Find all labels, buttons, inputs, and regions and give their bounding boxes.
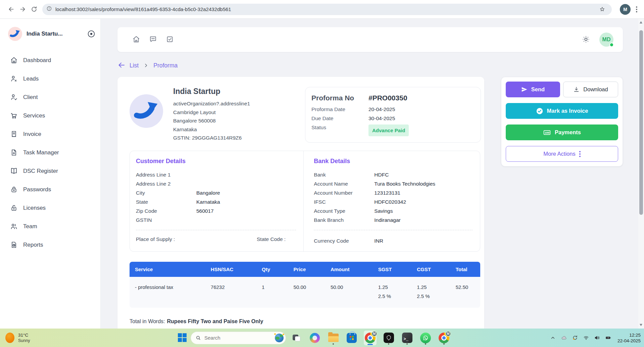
file-explorer-icon[interactable]	[327, 331, 340, 345]
update-sync-icon[interactable]	[572, 335, 579, 341]
book-icon	[10, 167, 18, 175]
whatsapp-icon[interactable]	[419, 331, 432, 345]
proforma-date-label: Proforma Date	[311, 105, 368, 114]
file-clock-icon	[10, 241, 18, 249]
theme-toggle-icon[interactable]	[582, 35, 591, 44]
scrollbar-up-arrow[interactable]	[640, 21, 642, 23]
proforma-number: #PRO00350	[368, 94, 474, 102]
user-avatar[interactable]: MD	[599, 33, 613, 47]
browser-back-icon[interactable]	[5, 4, 17, 15]
clock-time: 12:25	[617, 332, 641, 338]
sidebar-collapse-icon[interactable]	[87, 30, 96, 38]
home-icon	[10, 56, 18, 64]
proforma-no-label: Proforma No	[311, 94, 368, 102]
url-text: localhost:3002/sales/proforma/view/8161a…	[55, 6, 596, 12]
brave-icon[interactable]	[382, 331, 395, 345]
clock-date: 22-04-2025	[617, 338, 641, 344]
sidebar-header: India Startu...	[0, 19, 100, 41]
sidebar-item-task-manager[interactable]: Task Manager	[0, 143, 100, 162]
taskbar-center: M >_ M	[178, 329, 450, 347]
home-icon[interactable]	[132, 35, 141, 44]
site-info-icon[interactable]	[46, 6, 52, 13]
sidebar-item-leads[interactable]: Leads	[0, 69, 100, 88]
taskbar-clock[interactable]: 12:25 22-04-2025	[617, 332, 641, 344]
due-date: 30-04-2025	[368, 114, 474, 123]
sidebar-item-client[interactable]: Client	[0, 88, 100, 106]
sidebar-item-passwords[interactable]: Passwords	[0, 180, 100, 199]
taskbar-search[interactable]	[191, 332, 286, 344]
sidebar: India Startu... Dashboard Leads Client	[0, 19, 101, 347]
sidebar-item-licenses[interactable]: Licenses	[0, 199, 100, 217]
sidebar-item-reports[interactable]: Reports	[0, 236, 100, 254]
banknote-icon: 100	[543, 129, 551, 137]
onedrive-cloud-icon[interactable]	[561, 335, 567, 341]
table-row: - professional tax 76232 1 50.00 50.00 1…	[130, 277, 480, 308]
search-input[interactable]	[204, 335, 275, 341]
customer-details-section: Customer Details Address Line 1 Address …	[130, 151, 303, 251]
currency-code-label: Currency Code	[314, 236, 374, 245]
windows-start-icon[interactable]	[178, 333, 187, 342]
volume-icon[interactable]	[594, 335, 601, 341]
sidebar-item-dsc-register[interactable]: DSC Register	[0, 162, 100, 180]
app-body: India Startu... Dashboard Leads Client	[0, 19, 644, 347]
scrollbar-thumb[interactable]	[639, 30, 643, 215]
wifi-icon[interactable]	[583, 335, 590, 341]
bank-details-title: Bank Details	[314, 158, 473, 165]
sidebar-item-team[interactable]: Team	[0, 217, 100, 236]
copilot-icon[interactable]	[308, 331, 321, 345]
browser-forward-icon[interactable]	[17, 4, 28, 15]
download-button[interactable]: Download	[563, 82, 618, 97]
chrome-secondary-icon[interactable]: M	[438, 331, 450, 345]
browser-profile-avatar[interactable]: M	[620, 4, 631, 15]
sidebar-item-dashboard[interactable]: Dashboard	[0, 51, 100, 69]
browser-reload-icon[interactable]	[28, 4, 40, 15]
send-button[interactable]: Send	[506, 82, 560, 97]
taskbar-weather-widget[interactable]: 31°C Sunny	[5, 329, 30, 347]
terminal-icon[interactable]: >_	[401, 331, 413, 345]
top-toolbar: MD	[117, 27, 623, 52]
battery-icon[interactable]	[605, 335, 612, 341]
page-scrollbar[interactable]	[638, 19, 644, 329]
proforma-meta-box: Proforma No #PRO00350 Proforma Date 20-0…	[305, 87, 481, 143]
org-name: India Startu...	[27, 31, 87, 37]
weather-condition: Sunny	[18, 338, 30, 344]
microsoft-store-icon[interactable]	[345, 331, 358, 345]
vertical-dots-icon	[579, 151, 581, 157]
task-view-icon[interactable]	[290, 331, 303, 345]
hidden-icons-chevron[interactable]	[550, 335, 556, 341]
sidebar-item-invoice[interactable]: Invoice	[0, 125, 100, 143]
proforma-card: India Startup activeOrganization?.addres…	[117, 77, 484, 332]
chrome-active-icon[interactable]: M	[364, 331, 377, 345]
browser-toolbar: localhost:3002/sales/proforma/view/8161a…	[0, 0, 644, 19]
cell-cgst: 1.25 2.5 %	[411, 277, 450, 308]
chat-icon[interactable]	[149, 35, 158, 44]
system-tray: 12:25 22-04-2025	[550, 329, 641, 347]
sidebar-item-services[interactable]: Services	[0, 106, 100, 125]
user-x-icon	[10, 75, 18, 83]
chrome-profile-badge: M	[371, 331, 377, 337]
company-name: India Startup	[173, 87, 250, 96]
due-date-label: Due Date	[311, 114, 368, 123]
breadcrumb-list-link[interactable]: List	[130, 62, 139, 69]
check-circle-icon	[536, 107, 543, 115]
bing-earth-icon	[275, 334, 284, 342]
download-icon	[573, 86, 580, 93]
bookmark-star-icon[interactable]	[596, 4, 608, 15]
more-actions-button[interactable]: More Actions	[506, 146, 618, 162]
main-content: MD List Proforma	[101, 19, 644, 347]
tasks-check-icon[interactable]	[166, 35, 175, 44]
scrollbar-down-arrow[interactable]	[640, 324, 642, 326]
lock-icon	[10, 186, 18, 193]
sunny-weather-icon	[5, 333, 14, 343]
status-label: Status	[311, 123, 368, 136]
browser-menu-icon[interactable]	[634, 4, 639, 14]
company-logo	[130, 94, 163, 128]
payments-button[interactable]: 100 Payments	[506, 125, 618, 140]
address-bar[interactable]: localhost:3002/sales/proforma/view/8161a…	[42, 4, 612, 15]
cell-price: 50.00	[288, 277, 325, 308]
svg-text:100: 100	[545, 131, 550, 134]
cell-sgst: 1.25 2.5 %	[373, 277, 412, 308]
mark-as-invoice-button[interactable]: Mark as Invoice	[506, 103, 618, 119]
sidebar-nav: Dashboard Leads Client Services Invoice	[0, 51, 100, 254]
back-arrow-icon[interactable]	[117, 61, 126, 70]
